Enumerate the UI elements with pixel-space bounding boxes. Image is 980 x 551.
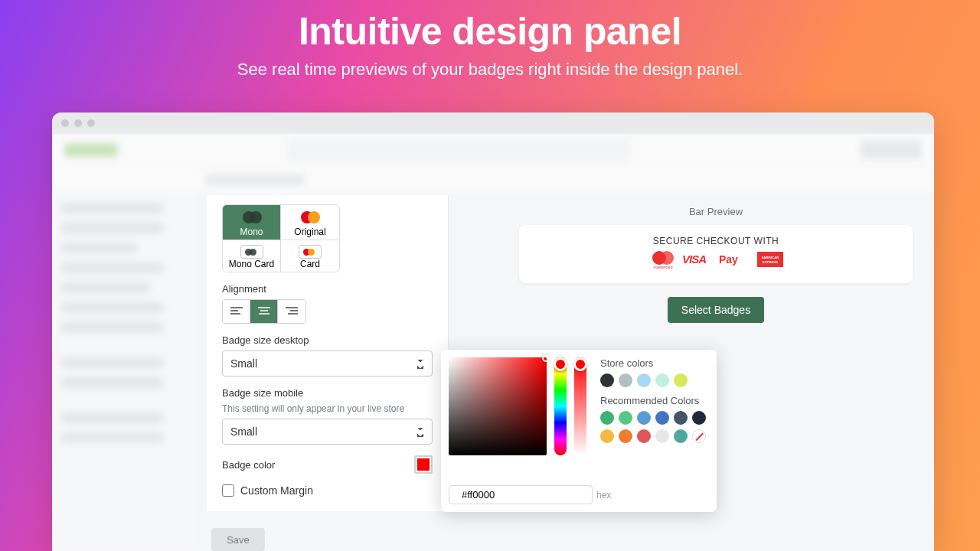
hex-input[interactable] [462, 489, 590, 500]
recommended-color-swatch[interactable] [674, 411, 688, 425]
traffic-light-minimize[interactable] [74, 119, 82, 127]
apple-pay-icon: Pay [719, 251, 753, 268]
style-option-card[interactable]: Card [281, 240, 339, 272]
hex-suffix: hex [596, 490, 611, 500]
recommended-color-swatch[interactable] [655, 411, 669, 425]
custom-margin-row[interactable]: Custom Margin [222, 484, 433, 497]
alignment-group [222, 299, 306, 324]
svg-point-10 [660, 251, 674, 265]
color-picker-popover: Store colors Recommended Colors hex [441, 350, 717, 512]
recommended-color-swatch[interactable] [600, 411, 614, 425]
save-button[interactable]: Save [211, 528, 265, 551]
svg-text:mastercard: mastercard [653, 265, 672, 269]
preview-card: SECURE CHECKOUT WITH mastercard VISA Pay… [519, 225, 913, 283]
traffic-light-close[interactable] [61, 119, 69, 127]
hero-section: Intuitive design panel See real time pre… [0, 0, 980, 80]
hex-input-row: hex [449, 485, 593, 504]
svg-text:Pay: Pay [719, 253, 738, 266]
align-right-button[interactable] [278, 300, 305, 323]
recommended-colors-label: Recommended Colors [600, 395, 709, 406]
hero-title: Intuitive design panel [0, 9, 980, 54]
align-center-button[interactable] [250, 300, 278, 323]
store-colors-row [600, 373, 709, 387]
svg-text:EXPRESS: EXPRESS [763, 260, 778, 264]
size-desktop-select[interactable]: Small [222, 350, 433, 377]
svg-text:AMERICAN: AMERICAN [762, 256, 779, 259]
badge-color-swatch[interactable] [414, 455, 433, 474]
custom-margin-checkbox[interactable] [222, 484, 234, 497]
badge-color-label: Badge color [222, 459, 275, 471]
recommended-color-swatch[interactable] [600, 429, 614, 443]
size-mobile-label: Badge size mobile [222, 387, 433, 399]
size-desktop-label: Badge size desktop [222, 334, 433, 346]
size-mobile-select[interactable]: Small [222, 419, 433, 445]
recommended-color-swatch[interactable] [637, 429, 651, 443]
alpha-slider[interactable] [574, 357, 586, 455]
select-badges-button[interactable]: Select Badges [668, 297, 764, 323]
hero-subtitle: See real time previews of your badges ri… [0, 60, 980, 80]
store-colors-label: Store colors [600, 357, 709, 369]
store-color-swatch[interactable] [619, 373, 632, 387]
window-titlebar [52, 112, 934, 134]
svg-text:VISA: VISA [682, 253, 706, 266]
badge-row: mastercard VISA Pay AMERICANEXPRESS [648, 251, 783, 268]
alignment-label: Alignment [222, 283, 433, 295]
store-color-swatch[interactable] [674, 373, 688, 387]
store-color-swatch[interactable] [655, 373, 669, 387]
style-option-mono-card[interactable]: Mono Card [223, 240, 281, 272]
recommended-color-swatch[interactable] [619, 429, 632, 443]
recommended-color-swatch[interactable] [655, 429, 669, 443]
mastercard-icon: mastercard [648, 251, 678, 268]
align-left-button[interactable] [223, 300, 250, 323]
recommended-colors-row [600, 411, 709, 443]
size-mobile-hint: This setting will only appear in your li… [222, 403, 433, 414]
recommended-color-swatch[interactable] [692, 411, 706, 425]
amex-icon: AMERICANEXPRESS [757, 251, 783, 268]
bar-preview-label: Bar Preview [519, 206, 913, 217]
secure-checkout-text: SECURE CHECKOUT WITH [519, 236, 913, 246]
hue-slider[interactable] [554, 357, 567, 455]
store-color-swatch[interactable] [600, 373, 614, 387]
no-color-swatch[interactable] [692, 429, 706, 443]
app-window: Save Mono Original Mono Card Card Alignm… [52, 112, 934, 551]
style-option-original[interactable]: Original [281, 205, 339, 240]
saturation-field[interactable] [449, 357, 547, 455]
design-panel: Mono Original Mono Card Card Alignment [207, 195, 449, 511]
svg-rect-14 [757, 252, 783, 267]
recommended-color-swatch[interactable] [674, 429, 688, 443]
style-selector: Mono Original Mono Card Card [222, 204, 340, 272]
recommended-color-swatch[interactable] [637, 411, 651, 425]
recommended-color-swatch[interactable] [619, 411, 632, 425]
traffic-light-zoom[interactable] [87, 119, 95, 127]
visa-icon: VISA [682, 251, 714, 268]
style-option-mono[interactable]: Mono [223, 205, 281, 240]
store-color-swatch[interactable] [637, 373, 651, 387]
